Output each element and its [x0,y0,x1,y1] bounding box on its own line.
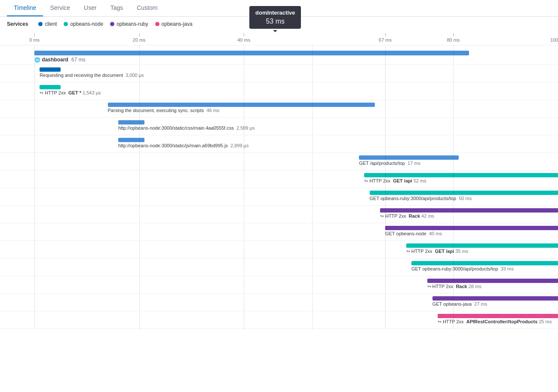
bar-get-products-top [359,155,458,160]
rows-wrapper: 🌐 dashboard 67 ms Requesting and receivi… [0,46,558,329]
label-rack-42ms: ↬ HTTP 2xx Rack 42 ms [380,213,434,219]
label-css: http://opbeans-node:3000/static/css/main… [118,125,255,131]
row-dashboard: 🌐 dashboard 67 ms [0,46,558,65]
bar-parsing [108,103,375,107]
tab-tags[interactable]: Tags [104,0,130,16]
bar-get-ruby [370,191,558,195]
label-rack-28ms: ↬ HTTP 2xx Rack 28 ms [427,284,481,289]
label-http-get-api-35ms: ↬ HTTP 2xx GET /api 35 ms [406,249,469,254]
row-css-file: http://opbeans-node:3000/static/css/main… [0,118,558,135]
label-api-rest-controller: ↬ HTTP 2xx APIRestController#topProducts… [438,319,552,325]
services-legend: Services client opbeans-node opbeans-rub… [0,17,558,31]
bar-css [118,120,144,125]
row-get-api-products: GET /api/products/top 17 ms [0,153,558,170]
tick-20ms: 20 ms [139,33,152,43]
row-get-opbeans-node: GET opbeans-node 40 ms [0,223,558,241]
legend-dot-opbeans-java [155,22,159,26]
label-http-get-api: ↬ HTTP 2xx GET /api 52 ms [364,178,426,184]
row-get-ruby-products: GET opbeans-ruby:3000/api/products/top 5… [0,188,558,206]
legend-label-opbeans-ruby: opbeans-ruby [117,21,148,27]
tab-service[interactable]: Service [43,0,77,16]
timeline-panel: Timeline Service User Tags Custom Servic… [0,0,558,329]
label-get-opbeans-java: GET opbeans-java 27 ms [432,301,487,307]
legend-opbeans-node: opbeans-node [64,21,103,27]
row-http-get-api: ↬ HTTP 2xx GET /api 52 ms [0,170,558,188]
bar-rack-42ms [380,208,558,213]
bar-requesting [40,67,61,72]
bar-http-get-api-35ms [406,243,558,248]
bar-get-ruby-33ms [411,261,558,265]
label-get-ruby-33ms: GET opbeans-ruby:3000/api/products/top 3… [411,266,514,271]
row-js-file: http://opbeans-node:3000/static/js/main.… [0,135,558,153]
timeline-ruler: 0 ms 20 ms 40 ms 67 ms 80 ms [0,31,558,46]
row-get-ruby-33ms: GET opbeans-ruby:3000/api/products/top 3… [0,258,558,276]
bar-js [118,138,144,142]
legend-opbeans-java: opbeans-java [155,21,193,27]
row-rack-28ms: ↬ HTTP 2xx Rack 28 ms [0,276,558,294]
tab-timeline[interactable]: Timeline [7,0,43,16]
timeline-main: 0 ms 20 ms 40 ms 67 ms 80 ms [0,31,558,329]
row-api-rest-controller: ↬ HTTP 2xx APIRestController#topProducts… [0,311,558,329]
legend-label-opbeans-java: opbeans-java [162,21,193,27]
bar-get-opbeans-java [432,296,558,301]
dashboard-icon: 🌐 [34,57,40,62]
legend-dot-opbeans-ruby [110,22,114,26]
label-http-get-star: ↬ HTTP 2xx GET * 1,543 μs [40,90,101,96]
label-get-products-top: GET /api/products/top 17 ms [359,161,420,166]
label-requesting: Requesting and receiving the document 3,… [40,73,144,78]
tick-40ms: 40 ms [244,33,257,43]
bar-dashboard [34,51,469,55]
label-js: http://opbeans-node:3000/static/js/main.… [118,143,249,148]
row-parsing-doc: Parsing the document, executing sync. sc… [0,100,558,118]
legend-dot-client [38,22,43,26]
tabs-bar: Timeline Service User Tags Custom [0,0,558,17]
bar-get-opbeans-node [385,226,558,230]
bar-http-get-star [40,85,61,89]
services-label: Services [7,21,28,27]
tab-custom[interactable]: Custom [130,0,164,16]
label-get-opbeans-node: GET opbeans-node 40 ms [385,231,442,236]
label-dashboard: 🌐 dashboard 67 ms [34,57,86,63]
legend-client: client [38,21,57,27]
legend-label-opbeans-node: opbeans-node [70,21,103,27]
label-get-ruby: GET opbeans-ruby:3000/api/products/top 5… [370,196,472,201]
bar-api-rest-controller [438,314,558,318]
tick-67ms: 67 ms [385,33,398,43]
label-parsing: Parsing the document, executing sync. sc… [108,108,220,113]
tab-user[interactable]: User [77,0,104,16]
row-requesting-doc: Requesting and receiving the document 3,… [0,65,558,82]
bar-rack-28ms [427,279,558,283]
row-http-get-star: ↬ HTTP 2xx GET * 1,543 μs [0,82,558,100]
bar-http-get-api [364,173,558,177]
row-rack-42ms: ↬ HTTP 2xx Rack 42 ms [0,206,558,223]
row-get-opbeans-java: GET opbeans-java 27 ms [0,294,558,311]
legend-label-client: client [45,21,57,27]
legend-opbeans-ruby: opbeans-ruby [110,21,148,27]
tick-80ms: 80 ms [453,33,466,43]
legend-dot-opbeans-node [64,22,68,26]
tick-0ms: 0 ms [34,33,45,43]
row-http-get-api-35ms: ↬ HTTP 2xx GET /api 35 ms [0,241,558,258]
